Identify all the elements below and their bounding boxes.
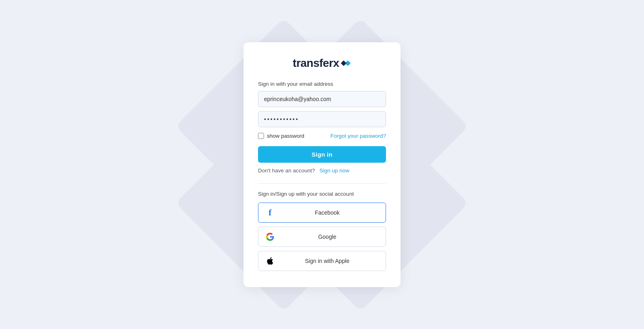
email-label: Sign in with your email address xyxy=(258,81,386,87)
apple-svg-icon xyxy=(266,257,275,265)
facebook-label: Facebook xyxy=(275,209,379,216)
email-section: Sign in with your email address xyxy=(258,81,386,131)
password-input[interactable] xyxy=(258,111,386,127)
logo-text: transferx xyxy=(293,57,339,70)
fb-f-icon: f xyxy=(268,207,271,218)
login-card: transferx Sign in with your email addres… xyxy=(244,42,400,287)
show-password-text: show password xyxy=(267,133,304,139)
google-icon xyxy=(265,232,275,242)
show-password-label[interactable]: show password xyxy=(258,133,304,139)
apple-icon xyxy=(265,256,275,266)
no-account-text: Don't have an account? xyxy=(258,168,315,174)
email-input[interactable] xyxy=(258,91,386,107)
google-signin-button[interactable]: Google xyxy=(258,227,386,247)
google-label: Google xyxy=(275,234,379,240)
apple-signin-button[interactable]: Sign in with Apple xyxy=(258,251,386,271)
show-password-checkbox[interactable] xyxy=(258,133,264,139)
logo-area: transferx xyxy=(258,57,386,70)
sign-in-button[interactable]: Sign in xyxy=(258,146,386,163)
forgot-password-link[interactable]: Forgot your password? xyxy=(330,133,386,139)
logo-icon xyxy=(340,57,351,70)
divider xyxy=(258,183,386,184)
social-label: Sign in/Sign up with your social account xyxy=(258,191,386,197)
facebook-icon: f xyxy=(265,207,275,218)
signup-row: Don't have an account? Sign up now xyxy=(258,168,386,174)
options-row: show password Forgot your password? xyxy=(258,133,386,139)
logo-diamond-icon xyxy=(340,58,351,69)
facebook-signin-button[interactable]: f Facebook xyxy=(258,203,386,223)
apple-label: Sign in with Apple xyxy=(275,258,379,264)
google-svg-icon xyxy=(266,232,275,241)
sign-up-link[interactable]: Sign up now xyxy=(320,168,349,174)
